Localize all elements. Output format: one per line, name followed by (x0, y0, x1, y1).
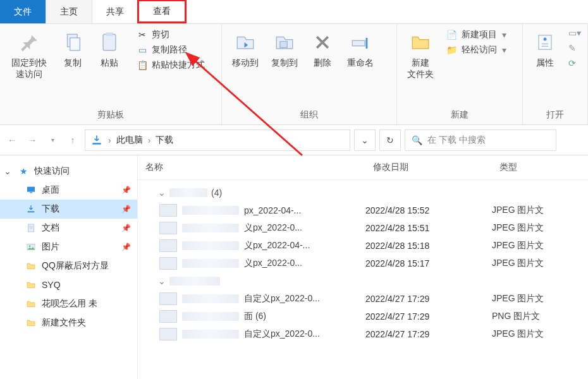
nav-back-button[interactable]: ← (4, 132, 20, 148)
ribbon-group-new: 新建 文件夹 📄 新建项目 ▾ 📁 轻松访问 ▾ 新建 (397, 24, 523, 124)
svg-rect-7 (539, 35, 551, 50)
file-group-header[interactable]: ⌄ (4) (138, 184, 588, 202)
table-row[interactable]: 自定义px_2022-0...2022/4/27 17:29JPEG 图片文 (138, 325, 588, 343)
sidebar-quick-access[interactable]: ⌄ ★ 快速访问 (0, 162, 137, 181)
nav-recent-dropdown[interactable]: ▾ (44, 132, 61, 148)
file-date: 2022/4/27 17:29 (365, 294, 492, 304)
breadcrumb-current[interactable]: 下载 (156, 135, 173, 146)
nav-up-button[interactable]: ↑ (64, 132, 81, 148)
sidebar-item-文档[interactable]: 文档📌 (0, 219, 137, 238)
column-type[interactable]: 类型 (492, 155, 588, 179)
chevron-down-icon: ⌄ (158, 276, 166, 286)
breadcrumb[interactable]: › 此电脑 › 下载 (85, 129, 350, 151)
pin-label: 固定到快速访问 (10, 57, 48, 80)
search-input[interactable]: 🔍 在 下载 中搜索 (405, 129, 556, 151)
file-thumbnail (159, 222, 177, 234)
table-row[interactable]: px_2022-04-...2022/4/28 15:52JPEG 图片文 (138, 202, 588, 219)
open-dropdown-icon[interactable]: ▭▾ (568, 28, 581, 38)
filename-redacted (182, 312, 239, 321)
file-group-header[interactable]: ⌄ (138, 272, 588, 290)
cut-button[interactable]: ✂ 剪切 (133, 28, 209, 42)
history-icon[interactable]: ⟳ (568, 58, 581, 68)
edit-icon[interactable]: ✎ (568, 43, 581, 53)
file-type: JPEG 图片文 (492, 258, 588, 269)
tab-share[interactable]: 共享 (92, 0, 138, 23)
properties-button[interactable]: 属性 (529, 28, 561, 71)
file-date: 2022/4/28 15:51 (365, 223, 492, 233)
delete-button[interactable]: 删除 (307, 28, 338, 71)
new-item-icon: 📄 (446, 29, 458, 40)
group-count: (4) (211, 188, 222, 198)
refresh-button[interactable]: ↻ (379, 129, 401, 151)
filename-redacted (182, 330, 239, 339)
document-icon (25, 222, 37, 234)
easy-access-button[interactable]: 📁 轻松访问 ▾ (443, 43, 510, 57)
breadcrumb-dropdown-button[interactable]: ⌄ (354, 129, 376, 151)
sidebar-item-桌面[interactable]: 桌面📌 (0, 181, 137, 200)
group-name-redacted (169, 277, 220, 286)
svg-rect-5 (352, 40, 365, 46)
svg-rect-3 (106, 32, 113, 36)
delete-icon (310, 30, 334, 54)
table-row[interactable]: 面 (6)2022/4/27 17:29PNG 图片文 (138, 308, 588, 325)
tab-view[interactable]: 查看 (137, 0, 187, 23)
file-date: 2022/4/28 15:52 (365, 205, 492, 215)
table-row[interactable]: 义px_2022-04-...2022/4/28 15:18JPEG 图片文 (138, 237, 588, 255)
move-to-button[interactable]: 移动到 (228, 28, 262, 71)
copy-path-label: 复制路径 (152, 44, 187, 56)
sidebar-item-label: 文档 (42, 222, 116, 234)
sidebar-item-label: 下载 (42, 203, 116, 215)
nav-forward-button[interactable]: → (24, 132, 40, 148)
rename-button[interactable]: 重命名 (343, 28, 377, 71)
sidebar-item-图片[interactable]: 图片📌 (0, 238, 137, 256)
file-date: 2022/4/27 17:29 (365, 311, 492, 322)
tab-file[interactable]: 文件 (0, 0, 46, 23)
chevron-right-icon: › (148, 135, 151, 145)
new-folder-label: 新建 文件夹 (407, 57, 434, 80)
pin-icon: 📌 (121, 205, 131, 214)
clipboard-group-label: 剪贴板 (6, 107, 215, 121)
copy-path-button[interactable]: ▭ 复制路径 (133, 43, 209, 57)
new-folder-button[interactable]: 新建 文件夹 (403, 28, 438, 82)
organize-group-label: 组织 (228, 107, 390, 121)
paste-button[interactable]: 粘贴 (94, 28, 125, 71)
sidebar-item-SYQ[interactable]: SYQ (0, 275, 137, 294)
sidebar-item-下载[interactable]: 下载📌 (0, 200, 137, 219)
column-date[interactable]: 修改日期 (365, 155, 492, 179)
file-list: 名称 修改日期 类型 ⌄ (4) px_2022-04-...2022/4/28… (138, 155, 588, 379)
picture-icon (25, 241, 37, 253)
download-folder-icon (90, 134, 103, 147)
ribbon-tabs: 文件 主页 共享 查看 (0, 0, 588, 24)
tab-home[interactable]: 主页 (46, 0, 92, 23)
column-name[interactable]: 名称 (138, 155, 365, 179)
paste-shortcut-label: 粘贴快捷方式 (152, 59, 205, 71)
file-name: 义px_2022-0... (244, 258, 302, 269)
sidebar-item-花呗怎么用   未[interactable]: 花呗怎么用 未 (0, 294, 137, 313)
chevron-down-icon: ▾ (502, 45, 506, 55)
table-row[interactable]: 义px_2022-0...2022/4/28 15:51JPEG 图片文 (138, 219, 588, 237)
sidebar-item-新建文件夹[interactable]: 新建文件夹 (0, 313, 137, 332)
svg-rect-2 (103, 34, 116, 51)
search-placeholder: 在 下载 中搜索 (427, 135, 486, 146)
address-bar-row: ← → ▾ ↑ › 此电脑 › 下载 ⌄ ↻ 🔍 在 下载 中搜索 (0, 125, 588, 155)
svg-rect-1 (70, 38, 80, 51)
file-name: 义px_2022-04-... (244, 240, 310, 251)
file-thumbnail (159, 204, 177, 217)
sidebar-item-label: SYQ (42, 280, 131, 290)
paste-shortcut-button[interactable]: 📋 粘贴快捷方式 (133, 58, 209, 72)
filename-redacted (182, 206, 239, 215)
new-item-button[interactable]: 📄 新建项目 ▾ (443, 28, 510, 42)
desktop-icon (25, 184, 37, 196)
pin-to-quick-access-button[interactable]: 固定到快速访问 (6, 28, 52, 82)
breadcrumb-root[interactable]: 此电脑 (116, 135, 143, 146)
file-name: 义px_2022-0... (244, 222, 302, 234)
copy-button[interactable]: 复制 (57, 28, 89, 71)
table-row[interactable]: 自定义px_2022-0...2022/4/27 17:29JPEG 图片文 (138, 290, 588, 308)
folder-icon (25, 317, 37, 328)
copy-to-button[interactable]: 复制到 (267, 28, 302, 71)
cut-label: 剪切 (152, 29, 169, 40)
easy-access-label: 轻松访问 (462, 44, 497, 56)
sidebar-item-QQ屏蔽后对方显[interactable]: QQ屏蔽后对方显 (0, 256, 137, 275)
table-row[interactable]: 义px_2022-0...2022/4/28 15:17JPEG 图片文 (138, 255, 588, 272)
file-thumbnail (159, 310, 177, 323)
